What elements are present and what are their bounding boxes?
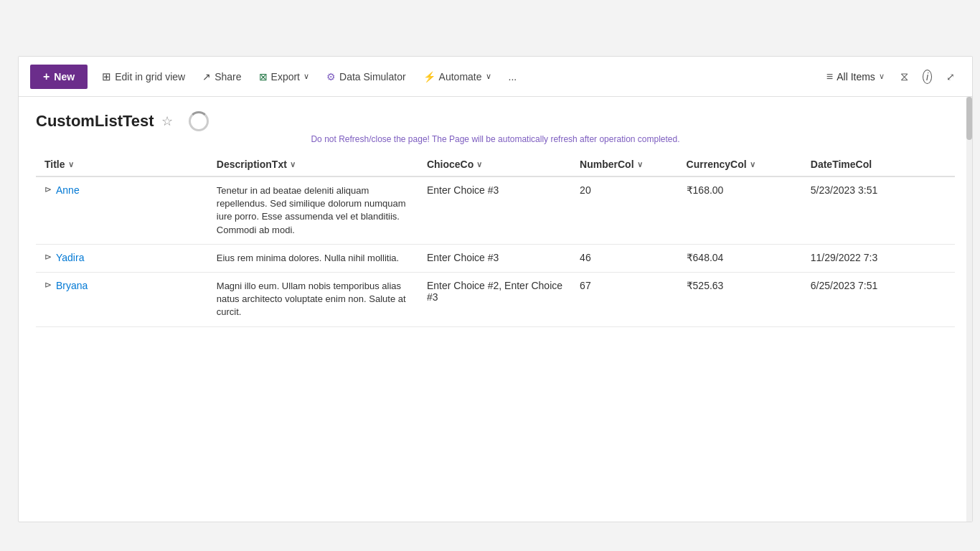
automate-label: Automate [439,71,482,83]
grid-icon: ⊞ [102,70,111,83]
desc-cell-2: Magni illo eum. Ullam nobis temporibus a… [208,272,418,326]
table-row: ⊳ Bryana Magni illo eum. Ullam nobis tem… [36,272,955,326]
number-cell-1: 46 [571,244,677,272]
datasim-icon: ⚙ [326,71,336,83]
table-row: ⊳ Anne Tenetur in ad beatae deleniti ali… [36,176,955,244]
list-table: Title ∨ DescriptionTxt ∨ [36,153,955,327]
datetime-cell-2: 6/25/2023 7:51 [802,272,955,326]
title-cell-2: ⊳ Bryana [36,272,208,326]
filter-lines-icon: ≡ [826,70,833,83]
new-button-label: New [54,71,75,83]
excel-icon: ⊠ [259,71,268,83]
expand-icon: ⤢ [946,71,955,83]
title-cell-1: ⊳ Yadira [36,244,208,272]
col-header-number[interactable]: NumberCol ∨ [571,153,677,176]
col-header-desc[interactable]: DescriptionTxt ∨ [208,153,418,176]
desc-cell-0: Tenetur in ad beatae deleniti aliquam re… [208,176,418,244]
table-header: Title ∨ DescriptionTxt ∨ [36,153,955,176]
number-sort-icon: ∨ [637,160,643,169]
favorite-icon[interactable]: ☆ [161,113,173,129]
expand-row-icon-0[interactable]: ⊳ [44,184,52,194]
choice-cell-0: Enter Choice #3 [418,176,571,244]
new-button[interactable]: + New [30,65,88,89]
number-cell-0: 20 [571,176,677,244]
title-link-1[interactable]: Yadira [56,252,84,263]
col-header-datetime[interactable]: DateTimeCol [802,153,955,176]
list-header: CustomListTest ☆ [36,111,955,131]
data-simulator-button[interactable]: ⚙ Data Simulator [319,67,413,87]
currency-sort-icon: ∨ [750,160,755,169]
choice-sort-icon: ∨ [476,160,482,169]
share-button[interactable]: ↗ Share [195,67,248,87]
main-panel: + New ⊞ Edit in grid view ↗ Share ⊠ Expo… [18,56,973,522]
edit-grid-button[interactable]: ⊞ Edit in grid view [95,66,192,88]
toolbar-right: ≡ All Items ∨ ⧖ i ⤢ [819,66,961,88]
edit-grid-label: Edit in grid view [115,71,185,83]
plus-icon: + [43,70,50,83]
all-items-button[interactable]: ≡ All Items ∨ [819,66,892,88]
title-sort-icon: ∨ [68,160,74,169]
desc-sort-icon: ∨ [290,160,296,169]
more-button[interactable]: ... [501,67,524,87]
info-icon: i [923,70,932,84]
all-items-chevron-icon: ∨ [879,72,885,81]
title-link-2[interactable]: Bryana [56,280,88,291]
all-items-label: All Items [837,71,875,83]
title-link-0[interactable]: Anne [56,184,80,196]
share-icon: ↗ [202,71,211,83]
notice-text: Do not Refresh/close the page! The Page … [245,134,747,144]
desc-cell-1: Eius rem minima dolores. Nulla nihil mol… [208,244,418,272]
col-header-currency[interactable]: CurrencyCol ∨ [678,153,802,176]
data-simulator-label: Data Simulator [339,71,406,83]
export-button[interactable]: ⊠ Export ∨ [252,67,316,87]
col-header-title[interactable]: Title ∨ [36,153,208,176]
content-area: CustomListTest ☆ Do not Refresh/close th… [19,97,972,327]
datetime-cell-1: 11/29/2022 7:3 [802,244,955,272]
choice-cell-1: Enter Choice #3 [418,244,571,272]
table-body: ⊳ Anne Tenetur in ad beatae deleniti ali… [36,176,955,326]
expand-row-icon-2[interactable]: ⊳ [44,280,52,290]
filter-icon: ⧖ [900,70,908,83]
table-row: ⊳ Yadira Eius rem minima dolores. Nulla … [36,244,955,272]
title-cell-0: ⊳ Anne [36,176,208,244]
loading-spinner [189,111,209,131]
list-title: CustomListTest [36,112,154,131]
header-row: Title ∨ DescriptionTxt ∨ [36,153,955,176]
toolbar: + New ⊞ Edit in grid view ↗ Share ⊠ Expo… [19,57,972,97]
filter-button[interactable]: ⧖ [895,66,914,88]
info-button[interactable]: i [917,66,938,88]
number-cell-2: 67 [571,272,677,326]
currency-cell-2: ₹525.63 [678,272,802,326]
currency-cell-0: ₹168.00 [678,176,802,244]
page-wrapper: + New ⊞ Edit in grid view ↗ Share ⊠ Expo… [0,0,980,551]
choice-cell-2: Enter Choice #2, Enter Choice #3 [418,272,571,326]
share-label: Share [215,71,241,83]
export-chevron-icon: ∨ [303,72,309,81]
fullscreen-button[interactable]: ⤢ [941,66,961,88]
scrollbar-track[interactable] [966,97,972,522]
automate-chevron-icon: ∨ [486,72,491,81]
export-label: Export [271,71,300,83]
currency-cell-1: ₹648.04 [678,244,802,272]
automate-icon: ⚡ [423,71,435,83]
automate-button[interactable]: ⚡ Automate ∨ [416,67,499,87]
expand-row-icon-1[interactable]: ⊳ [44,252,52,262]
datetime-cell-0: 5/23/2023 3:51 [802,176,955,244]
more-label: ... [509,71,517,83]
scrollbar-thumb[interactable] [966,97,972,140]
col-header-choice[interactable]: ChioceCo ∨ [418,153,571,176]
